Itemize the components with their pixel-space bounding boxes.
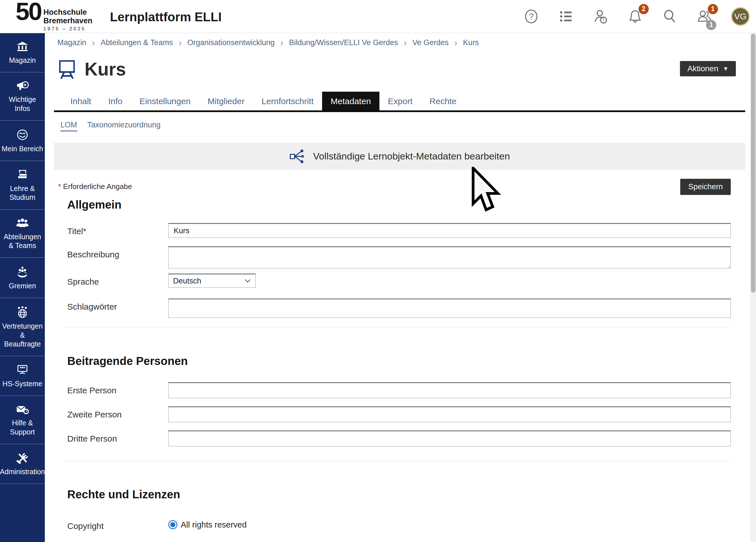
people-group-icon: [16, 218, 29, 229]
form-row-titel: Titel*: [54, 223, 736, 238]
beschreibung-field-wrap: [168, 246, 731, 270]
page-title-row: Kurs Aktionen ▼: [54, 57, 745, 81]
breadcrumb-separator: ›: [404, 38, 407, 47]
breadcrumb-separator: ›: [454, 38, 457, 47]
smiley-icon: [16, 129, 29, 141]
globe-people-icon: [16, 306, 29, 318]
sidebar-label: Administration: [0, 467, 45, 476]
user-avatar[interactable]: VG: [731, 7, 750, 26]
sidebar-item-lehre-studium[interactable]: Lehre & Studium: [0, 161, 45, 210]
sidebar-label: HS-Systeme: [3, 379, 42, 388]
metadata-form: * Erforderliche Angabe Speichern Allgeme…: [54, 179, 745, 531]
books-icon: [16, 169, 29, 181]
sidebar-item-administration[interactable]: Administration: [0, 444, 45, 484]
top-header: 50 Hochschule Bremerhaven 1975 – 2025 Le…: [0, 0, 756, 33]
vertical-scrollbar-thumb[interactable]: [751, 34, 755, 293]
sidebar-label: Gremien: [9, 281, 36, 290]
tab-einstellungen[interactable]: Einstellungen: [131, 92, 199, 110]
vertical-scrollbar-track[interactable]: [750, 33, 756, 542]
schlagwoerter-label: Schlagwörter: [67, 299, 168, 318]
contacts-button[interactable]: 1 1: [696, 9, 712, 24]
bank-icon: [16, 41, 29, 52]
breadcrumb-link-magazin[interactable]: Magazin: [57, 38, 86, 47]
tab-lernfortschritt[interactable]: Lernfortschritt: [253, 92, 322, 110]
section-heading-allgemein: Allgemein: [67, 198, 736, 211]
erste-person-label: Erste Person: [67, 382, 168, 398]
breadcrumb-link-organisationsentwicklung[interactable]: Organisationsentwicklung: [187, 38, 275, 47]
notifications-badge: 2: [639, 4, 649, 14]
titel-input[interactable]: [168, 223, 731, 238]
sidebar-item-vertretungen-beauftragte[interactable]: Vertretungen & Beauftragte: [0, 298, 45, 356]
logo-50-text: 50: [16, 1, 41, 22]
schlagwoerter-field-wrap: [168, 299, 731, 318]
sidebar-item-hs-systeme[interactable]: *** HS-Systeme: [0, 356, 45, 396]
sidebar-item-magazin[interactable]: Magazin: [0, 33, 45, 72]
sprache-select[interactable]: Deutsch: [168, 274, 256, 288]
form-row-schlagwoerter: Schlagwörter: [54, 299, 736, 318]
form-row-dritte-person: Dritte Person: [54, 430, 736, 446]
breadcrumb-link-ve-gerdes[interactable]: Ve Gerdes: [412, 38, 449, 47]
zweite-person-input[interactable]: [168, 406, 731, 422]
screen: { "header": { "logo_big": "50", "logo_li…: [0, 0, 756, 542]
sidebar-label: Magazin: [9, 56, 36, 65]
all-rights-reserved-radio[interactable]: [168, 520, 177, 529]
copyright-label: Copyright: [67, 518, 168, 531]
tab-mitglieder[interactable]: Mitglieder: [199, 92, 253, 110]
sidebar-item-hilfe-support[interactable]: ? Hilfe & Support: [0, 396, 45, 444]
logo-years: 1975 – 2025: [43, 26, 93, 32]
edit-full-metadata-banner[interactable]: Vollständige Lernobjekt-Metadaten bearbe…: [54, 143, 745, 170]
breadcrumb-link-kurs[interactable]: Kurs: [463, 38, 479, 47]
tab-inhalt[interactable]: Inhalt: [62, 92, 100, 110]
sidebar-label: Vertretungen & Beauftragte: [2, 322, 43, 348]
page-title: Kurs: [85, 59, 126, 80]
beschreibung-textarea[interactable]: [168, 246, 731, 268]
actions-button[interactable]: Aktionen ▼: [680, 61, 736, 76]
sidebar-item-mein-bereich[interactable]: Mein Bereich: [0, 121, 45, 161]
dritte-person-input[interactable]: [168, 430, 731, 446]
share-nodes-icon: [289, 148, 305, 164]
save-button[interactable]: Speichern: [680, 179, 731, 195]
help-button[interactable]: ?: [523, 9, 539, 24]
breadcrumb-link-abteilungen-teams[interactable]: Abteilungen & Teams: [101, 38, 173, 47]
erste-person-input[interactable]: [168, 382, 731, 398]
breadcrumb: Magazin › Abteilungen & Teams › Organisa…: [45, 34, 750, 51]
tab-export[interactable]: Export: [379, 92, 421, 110]
course-easel-icon: [58, 59, 76, 79]
sidebar-item-gremien[interactable]: Gremien: [0, 258, 45, 298]
sidebar-item-wichtige-infos[interactable]: Wichtige Infos: [0, 72, 45, 121]
zweite-person-label: Zweite Person: [67, 406, 168, 422]
subtab-taxonomiezuordnung[interactable]: Taxonomiezuordnung: [87, 121, 161, 131]
beschreibung-label: Beschreibung: [67, 246, 168, 270]
sprache-label: Sprache: [67, 274, 168, 288]
svg-text:!: !: [603, 17, 604, 23]
breadcrumb-link-bildung-wissen[interactable]: Bildung/Wissen/ELLI Ve Gerdes: [289, 38, 398, 47]
who-is-online-button[interactable]: !: [593, 9, 608, 24]
sidebar-item-abteilungen-teams[interactable]: Abteilungen & Teams: [0, 210, 45, 258]
section-heading-beitragende: Beitragende Personen: [67, 355, 736, 367]
dritte-person-label: Dritte Person: [67, 430, 168, 446]
tab-info[interactable]: Info: [100, 92, 131, 110]
subtab-bar: LOM Taxonomiezuordnung: [54, 121, 745, 131]
schlagwoerter-input[interactable]: [168, 299, 731, 318]
bullet-list-icon: [558, 9, 573, 24]
svg-text:?: ?: [25, 409, 27, 414]
hochschule-bremerhaven-logo[interactable]: 50 Hochschule Bremerhaven 1975 – 2025: [16, 1, 92, 31]
form-row-beschreibung: Beschreibung: [54, 246, 736, 270]
logo-line2: Bremerhaven: [43, 17, 93, 25]
subtab-lom[interactable]: LOM: [60, 121, 77, 131]
search-button[interactable]: [662, 9, 678, 24]
tab-metadaten[interactable]: Metadaten: [322, 92, 379, 110]
page-content: Kurs Aktionen ▼ Inhalt Info Einstellunge…: [45, 57, 750, 531]
sprache-field-wrap: Deutsch: [168, 274, 731, 288]
sidebar-label: Hilfe & Support: [2, 419, 43, 436]
required-row: * Erforderliche Angabe Speichern: [54, 179, 736, 195]
section-divider: [62, 461, 731, 461]
list-menu-button[interactable]: [558, 9, 574, 24]
required-asterisk: *: [58, 182, 61, 191]
monitor-icon: ***: [16, 364, 29, 376]
dritte-person-field-wrap: [168, 430, 731, 446]
required-hint: * Erforderliche Angabe: [58, 182, 132, 191]
app-title: Lernplattform ELLI: [110, 10, 222, 24]
tab-rechte[interactable]: Rechte: [421, 92, 465, 110]
notifications-button[interactable]: 2: [627, 9, 643, 24]
